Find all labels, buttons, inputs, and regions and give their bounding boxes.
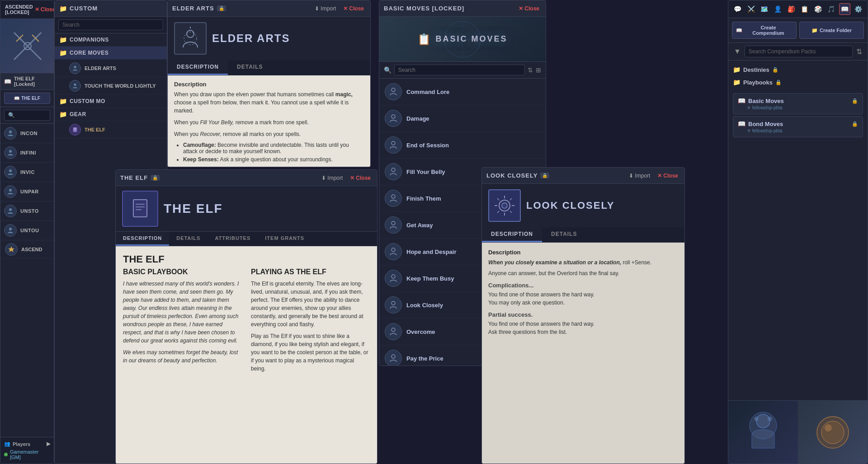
folder-gear[interactable]: 📁 GEAR	[55, 108, 167, 121]
basic-moves-search-input[interactable]	[394, 65, 525, 75]
comp-art-right	[801, 403, 864, 462]
toolbar-compendium-icon[interactable]: 📖	[839, 3, 851, 15]
damage-label: Damage	[406, 115, 429, 122]
tab-description-elder[interactable]: DESCRIPTION	[168, 60, 228, 75]
toolbar-settings-icon[interactable]: ⚙️	[852, 3, 864, 15]
compendium-tree: 📁 Destinies 🔒 📁 Playbooks 🔒 📖 Basic Move…	[728, 61, 868, 400]
the-elf-icon	[69, 124, 81, 136]
players-label: 👥 Players ▶	[4, 441, 50, 447]
look-closely-close-button[interactable]: ✕ Close	[656, 172, 680, 180]
elder-arts-big-icon	[174, 22, 207, 55]
move-row-command-lore[interactable]: Command Lore	[379, 79, 546, 105]
sidebar-item-ascend[interactable]: ASCEND	[0, 240, 54, 259]
end-of-session-label: End of Session	[406, 142, 449, 149]
comp-pack-bond-moves[interactable]: 📖 Bond Moves 🔒 ⚜ fellowship-pbta	[733, 116, 863, 137]
elder-arts-panel: ELDER ARTS 🔒 ⬇ Import ✕ Close ELDER ARTS	[167, 0, 371, 167]
sidebar-item-incon[interactable]: INCON	[0, 124, 54, 143]
elf-right-col: PLAYING AS THE ELF The Elf is graceful e…	[251, 268, 370, 373]
sidebar-item-invic[interactable]: INVIC	[0, 163, 54, 182]
folder-custom-mo[interactable]: 📁 CUSTOM MO	[55, 95, 167, 108]
look-closely-icon-area: Look Closely	[482, 184, 684, 227]
svg-line-48	[510, 211, 512, 213]
left-search-input[interactable]	[58, 19, 163, 30]
elder-arts-close-button[interactable]: ✕ Close	[341, 5, 366, 13]
sidebar-item-unsto[interactable]: UNSTO	[0, 202, 54, 221]
create-folder-button[interactable]: 📁 Create Folder	[799, 22, 864, 39]
unsto-icon	[4, 205, 17, 217]
sidebar-item-unpar[interactable]: UNPAR	[0, 182, 54, 202]
toolbar-items-icon[interactable]: 🎒	[785, 3, 797, 15]
move-row-damage[interactable]: Damage	[379, 105, 546, 132]
toolbar-playlists-icon[interactable]: 🎵	[826, 3, 837, 15]
toolbar-tables-icon[interactable]: 🎲	[812, 3, 824, 15]
basic-moves-art-area: 📋 Basic Moves	[379, 17, 546, 62]
elder-arts-controls: ⬇ Import ✕ Close	[313, 5, 366, 13]
compendium-panel: 💬 ⚔️ 🗺️ 👤 🎒 📋 🎲 🎵 📖 ⚙️ 📖 Create Compendi…	[728, 0, 868, 464]
tab-details-elder[interactable]: DETAILS	[228, 60, 272, 75]
toolbar-actors-icon[interactable]: 👤	[772, 3, 784, 15]
elf-close-button[interactable]: ✕ Close	[348, 174, 373, 182]
ascended-close-button[interactable]: ✕ Close	[33, 5, 54, 14]
tab-attributes-elf[interactable]: ATTRIBUTES	[208, 232, 258, 246]
tab-details-look[interactable]: DETAILS	[542, 227, 586, 242]
comp-img-slot-1	[728, 401, 798, 464]
elf-main-title: THE ELF	[123, 253, 370, 265]
toolbar-chat-icon[interactable]: 💬	[732, 3, 744, 15]
gm-label: Gamemaster [GM]	[4, 447, 50, 460]
comp-sort-icon[interactable]: ⇅	[854, 47, 864, 57]
playbooks-folder-icon: 📁	[733, 79, 741, 86]
the-elf-button[interactable]: 📖 THE ELF	[4, 93, 50, 104]
item-touch-world[interactable]: TOUCH THE WORLD LIGHTLY	[55, 77, 167, 95]
toolbar-combat-icon[interactable]: ⚔️	[745, 3, 757, 15]
untou-label: UNTOU	[20, 228, 39, 233]
compendium-search-input[interactable]	[745, 46, 853, 57]
basic-moves-close-button[interactable]: ✕ Close	[517, 5, 541, 13]
invic-icon	[4, 166, 17, 178]
comp-folder-playbooks[interactable]: 📁 Playbooks 🔒	[728, 76, 868, 89]
ascended-search-input[interactable]	[4, 110, 50, 121]
folder-core-moves[interactable]: 📁 CORE MOVES	[55, 47, 167, 60]
elder-desc-heading: Description	[174, 81, 364, 88]
tab-description-elf[interactable]: DESCRIPTION	[116, 232, 169, 246]
basic-moves-art-label: Basic Moves	[435, 34, 507, 44]
sidebar-item-infini[interactable]: INFINI	[0, 143, 54, 163]
folder-companions[interactable]: 📁 COMPANIONS	[55, 33, 167, 47]
toolbar-map-icon[interactable]: 🗺️	[759, 3, 770, 15]
basic-moves-grid-icon[interactable]: ⊞	[536, 66, 541, 74]
elf-import-button[interactable]: ⬇ Import	[320, 174, 344, 182]
create-compendium-button[interactable]: 📖 Create Compendium	[732, 22, 797, 39]
basic-moves-sort-icon[interactable]: ⇅	[528, 66, 533, 74]
toolbar-journal-icon[interactable]: 📋	[799, 3, 811, 15]
the-elf-label: THE ELF	[85, 127, 105, 132]
gm-online-dot	[4, 453, 8, 456]
finish-them-icon	[385, 190, 402, 207]
destinies-folder-label: Destinies	[743, 66, 769, 73]
tab-item-grants-elf[interactable]: ITEM GRANTS	[258, 232, 311, 246]
item-the-elf[interactable]: THE ELF	[55, 121, 167, 139]
look-closely-import-button[interactable]: ⬇ Import	[627, 172, 652, 180]
comp-filter-icon[interactable]: ▼	[732, 47, 743, 56]
unpar-label: UNPAR	[20, 189, 39, 194]
players-expand-icon[interactable]: ▶	[47, 441, 50, 447]
tab-description-look[interactable]: DESCRIPTION	[482, 227, 542, 242]
ascended-panel: ASCENDED [Locked] ✕ Close 📖 THE ELF [Loc…	[0, 0, 54, 464]
sidebar-item-untou[interactable]: UNTOU	[0, 221, 54, 240]
elf-columns: BASIC PLAYBOOK I have witnessed many of …	[123, 268, 370, 373]
ascended-title: ASCENDED [Locked]	[5, 4, 33, 15]
svg-point-52	[756, 414, 770, 428]
elder-bullets-list: Camouflage: Become invisible and undetec…	[174, 142, 364, 163]
svg-rect-14	[73, 127, 77, 132]
move-row-end-of-session[interactable]: End of Session	[379, 132, 546, 159]
svg-point-32	[392, 141, 395, 145]
tab-details-elf[interactable]: DETAILS	[169, 232, 208, 246]
compendium-search-area: ▼ ⇅	[728, 43, 868, 61]
look-partial: Partial success. You find one of those a…	[488, 311, 678, 336]
svg-point-10	[9, 228, 12, 230]
elder-arts-import-button[interactable]: ⬇ Import	[313, 5, 338, 13]
item-elder-arts[interactable]: ELDER ARTS	[55, 60, 167, 77]
elf-right-text: The Elf is graceful eternity. The elves …	[251, 280, 370, 328]
create-compendium-label: Create Compendium	[744, 25, 793, 36]
look-closely-tab-bar: DESCRIPTION DETAILS	[482, 227, 684, 243]
comp-pack-basic-moves[interactable]: 📖 Basic Moves 🔒 ⚜ fellowship-pbta	[733, 93, 863, 114]
comp-folder-destinies[interactable]: 📁 Destinies 🔒	[728, 63, 868, 76]
